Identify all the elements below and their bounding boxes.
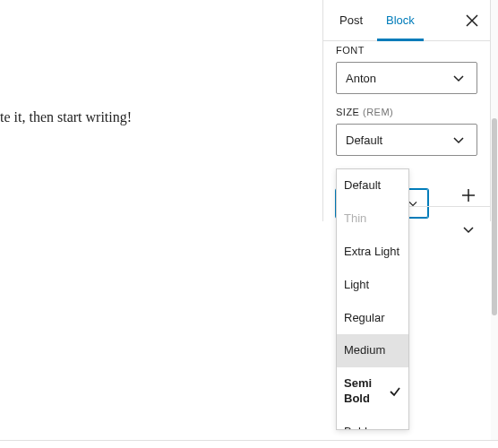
editor-paragraph-text: te it, then start writing! — [0, 109, 132, 125]
page-scrollbar[interactable] — [491, 0, 498, 441]
appearance-option-thin[interactable]: Thin — [337, 202, 408, 236]
panel-tabs: Post Block — [323, 0, 490, 41]
appearance-dropdown-scroll[interactable]: Default Thin Extra Light Light Regular M… — [337, 169, 408, 429]
font-select[interactable]: Anton — [336, 62, 477, 94]
size-select-value: Default — [346, 134, 382, 147]
option-label: Light — [344, 278, 401, 293]
chevron-down-icon — [459, 220, 477, 238]
plus-icon — [461, 188, 476, 202]
tab-post[interactable]: Post — [331, 0, 372, 41]
font-label: FONT — [336, 45, 365, 56]
editor-canvas[interactable]: te it, then start writing! — [0, 0, 321, 439]
size-section: SIZE (REM) Default — [323, 94, 490, 159]
appearance-option-light[interactable]: Light — [337, 269, 408, 302]
option-label: Regular — [344, 311, 401, 326]
appearance-option-bold[interactable]: Bold — [337, 416, 408, 429]
size-label: SIZE (REM) — [336, 107, 393, 117]
tab-block[interactable]: Block — [377, 0, 424, 41]
scrollbar-thumb[interactable] — [492, 118, 497, 315]
chevron-down-icon — [450, 69, 468, 87]
option-label: Bold — [344, 425, 401, 429]
font-select-value: Anton — [346, 72, 376, 85]
option-label: Extra Light — [344, 245, 401, 260]
option-label: Default — [344, 178, 401, 194]
chevron-down-icon — [450, 131, 468, 149]
appearance-option-default[interactable]: Default — [337, 169, 408, 202]
add-button[interactable] — [458, 185, 479, 206]
size-label-hint: (REM) — [363, 107, 393, 117]
appearance-option-extra-light[interactable]: Extra Light — [337, 236, 408, 269]
option-label: Medium — [344, 343, 401, 358]
appearance-option-semi-bold[interactable]: Semi Bold — [337, 367, 408, 416]
font-section: FONT Anton — [323, 41, 490, 94]
size-label-text: SIZE — [336, 107, 359, 117]
close-icon[interactable] — [461, 10, 483, 31]
check-icon — [389, 385, 401, 398]
appearance-option-medium[interactable]: Medium — [337, 334, 408, 367]
appearance-option-regular[interactable]: Regular — [337, 302, 408, 335]
section-toggle[interactable] — [458, 219, 479, 240]
settings-panel: Post Block FONT Anton SIZE (REM) Default… — [322, 0, 491, 221]
appearance-dropdown: Default Thin Extra Light Light Regular M… — [336, 168, 409, 430]
option-label: Semi Bold — [344, 376, 385, 407]
size-select[interactable]: Default — [336, 124, 477, 156]
bottom-divider — [0, 440, 498, 441]
option-label: Thin — [344, 211, 401, 227]
